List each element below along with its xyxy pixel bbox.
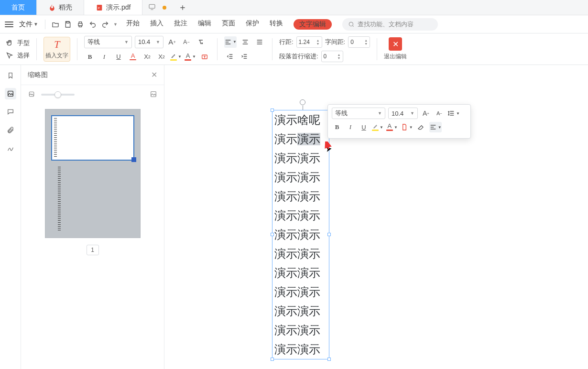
float-eraser-icon[interactable]	[416, 122, 426, 132]
text-line[interactable]: 演示演示	[272, 206, 329, 225]
tab-home[interactable]: 首页	[0, 0, 37, 15]
tab-templates[interactable]: 稻壳	[37, 0, 84, 15]
resize-handle-icon[interactable]	[271, 109, 274, 112]
first-indent-input[interactable]: 0 ▲▼	[321, 51, 343, 62]
text-line[interactable]: 演示演示	[272, 187, 329, 206]
superscript-icon[interactable]: X2	[142, 51, 153, 63]
highlight-color-icon[interactable]: ▼	[170, 51, 182, 63]
text-line[interactable]: 演示演示	[272, 168, 329, 187]
spinner-arrows-icon[interactable]: ▲▼	[364, 39, 368, 45]
new-tab-button[interactable]	[172, 0, 193, 15]
increase-indent-icon[interactable]	[239, 51, 250, 62]
attachment-icon[interactable]	[5, 124, 16, 136]
redo-icon[interactable]	[100, 19, 110, 30]
menu-protect[interactable]: 保护	[246, 19, 259, 30]
float-decrease-font-icon[interactable]: A−	[434, 108, 445, 119]
text-edit-mode-pill[interactable]: 文字编辑	[294, 19, 332, 30]
align-justify-icon[interactable]	[254, 36, 265, 48]
text-line[interactable]: 演示演示	[272, 130, 329, 149]
increase-font-icon[interactable]: A+	[166, 36, 178, 48]
save-icon[interactable]	[63, 19, 73, 30]
tab-document[interactable]: P 演示.pdf	[84, 0, 142, 15]
text-line[interactable]: 演示演示	[272, 340, 329, 359]
text-line[interactable]: 演示演示	[272, 263, 329, 282]
insert-text-button[interactable]: T 插入文字	[44, 37, 70, 62]
float-line-spacing-icon[interactable]: ▼	[447, 108, 460, 119]
menu-insert[interactable]: 插入	[150, 19, 163, 30]
decrease-font-icon[interactable]: A−	[181, 36, 192, 48]
fill-sign-icon[interactable]	[5, 142, 16, 154]
text-line[interactable]: 演示演示	[272, 302, 329, 321]
text-box-icon[interactable]	[199, 51, 210, 63]
resize-handle-icon[interactable]	[271, 233, 274, 236]
strikethrough-icon[interactable]: A	[127, 51, 139, 63]
float-highlight-icon[interactable]: ▼	[372, 122, 383, 132]
text-frame[interactable]: 演示啥呢演示演示演示演示演示演示演示演示演示演示演示演示演示演示演示演示演示演示…	[272, 110, 329, 359]
clear-format-icon[interactable]	[195, 36, 207, 48]
text-line[interactable]: 演示演示	[272, 244, 329, 263]
italic-icon[interactable]: I	[98, 51, 110, 63]
cast-icon[interactable]	[148, 3, 156, 12]
decrease-indent-icon[interactable]	[224, 51, 236, 62]
float-italic-icon[interactable]: I	[345, 122, 356, 132]
align-center-icon[interactable]	[240, 36, 251, 48]
spinner-arrows-icon[interactable]: ▲▼	[316, 39, 320, 45]
thumbnail-icon[interactable]	[5, 88, 16, 99]
thumb-zoom-slider[interactable]	[41, 94, 75, 96]
file-menu-button[interactable]: 文件 ▼	[17, 20, 40, 29]
text-line[interactable]: 演示演示	[272, 149, 329, 168]
document-canvas[interactable]: 演示啥呢演示演示演示演示演示演示演示演示演示演示演示演示演示演示演示演示演示演示…	[164, 65, 588, 369]
caret-down-icon: ▼	[456, 111, 460, 116]
thumb-large-icon[interactable]	[150, 90, 157, 99]
float-font-size-combo[interactable]: 10.4 ▼	[388, 108, 418, 119]
menubar: 文件 ▼ ▼ 开始 插入 批注 编辑 页面 保护 转换 文字编辑 查找功能、文档…	[0, 15, 588, 33]
text-run: 演示	[274, 133, 297, 145]
hamburger-icon[interactable]	[5, 22, 13, 27]
print-icon[interactable]	[75, 19, 86, 30]
font-size-combo[interactable]: 10.4 ▼	[135, 36, 163, 48]
underline-icon[interactable]: U	[113, 51, 124, 63]
font-color-icon[interactable]: A ▼	[185, 51, 196, 63]
menu-convert[interactable]: 转换	[270, 19, 283, 30]
menu-annot[interactable]: 批注	[174, 19, 187, 30]
group-font: 等线 ▼ 10.4 ▼ A+ A− B I U A X2	[84, 36, 210, 63]
resize-handle-icon[interactable]	[271, 358, 274, 361]
float-font-color-icon[interactable]: A ▼	[386, 122, 398, 132]
open-icon[interactable]	[50, 19, 61, 30]
search-input[interactable]: 查找功能、文档内容	[342, 18, 438, 31]
text-line[interactable]: 演示演示	[272, 321, 329, 340]
float-underline-icon[interactable]: U	[359, 122, 369, 132]
spinner-arrows-icon[interactable]: ▲▼	[338, 53, 341, 60]
resize-handle-icon[interactable]	[327, 233, 331, 236]
float-bold-icon[interactable]: B	[332, 122, 342, 132]
text-line[interactable]: 演示演示	[272, 225, 329, 244]
bold-icon[interactable]: B	[84, 51, 96, 63]
hand-tool-label[interactable]: 手型	[17, 39, 30, 47]
bookmark-icon[interactable]	[5, 70, 16, 81]
select-tool-label[interactable]: 选择	[17, 51, 30, 60]
align-left-icon[interactable]: ▼	[224, 36, 237, 48]
menu-page[interactable]: 页面	[222, 19, 235, 30]
float-align-icon[interactable]: ▼	[429, 122, 442, 132]
char-spacing-input[interactable]: 0 ▲▼	[348, 36, 370, 48]
float-font-name-combo[interactable]: 等线 ▼	[332, 108, 385, 119]
font-size-value: 10.4	[138, 38, 150, 45]
page-thumbnail[interactable]	[45, 109, 141, 238]
text-line[interactable]: 演示啥呢	[272, 110, 329, 130]
font-name-combo[interactable]: 等线 ▼	[84, 36, 132, 48]
resize-handle-icon[interactable]	[327, 358, 331, 361]
rotate-handle-icon[interactable]	[300, 99, 305, 105]
thumb-small-icon[interactable]	[28, 90, 35, 99]
quickbar-more-icon[interactable]: ▼	[113, 22, 118, 27]
exit-edit-button[interactable]: ✕ 退出编辑	[384, 37, 407, 61]
close-icon[interactable]: ✕	[151, 70, 157, 79]
line-spacing-input[interactable]: 1.24 ▲▼	[296, 36, 322, 48]
subscript-icon[interactable]: X2	[156, 51, 167, 63]
menu-edit[interactable]: 编辑	[198, 19, 211, 30]
float-increase-font-icon[interactable]: A+	[421, 108, 431, 119]
float-bgcolor-icon[interactable]: ▼	[401, 122, 413, 132]
text-line[interactable]: 演示演示	[272, 282, 329, 302]
comment-icon[interactable]	[5, 106, 16, 118]
menu-start[interactable]: 开始	[126, 19, 140, 30]
undo-icon[interactable]	[87, 19, 98, 30]
